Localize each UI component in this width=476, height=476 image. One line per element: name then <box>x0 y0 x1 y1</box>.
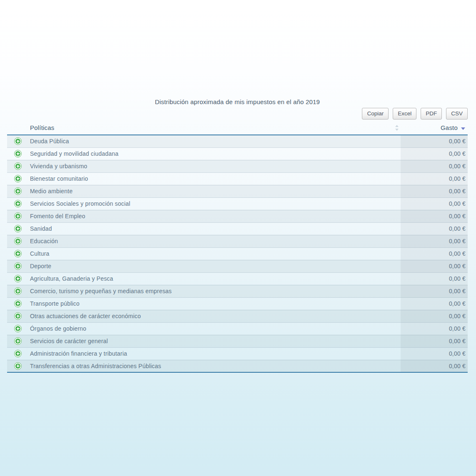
expand-cell <box>7 347 26 360</box>
expand-cell <box>7 260 26 272</box>
plus-circle-icon[interactable] <box>14 162 22 170</box>
tax-distribution-panel: Distribución aproximada de mis impuestos… <box>0 0 476 373</box>
table-row: Fomento del Empleo 0,00 € <box>7 210 468 222</box>
plus-circle-icon[interactable] <box>14 362 22 370</box>
plus-circle-icon[interactable] <box>14 325 22 332</box>
table-row: Servicios de carácter general 0,00 € <box>7 335 468 347</box>
policy-expense: 0,00 € <box>401 147 468 160</box>
policy-expense: 0,00 € <box>401 360 468 372</box>
plus-circle-icon[interactable] <box>14 287 22 295</box>
expand-cell <box>7 135 26 147</box>
policy-name: Sanidad <box>26 222 401 235</box>
policy-expense: 0,00 € <box>401 172 468 185</box>
plus-circle-icon[interactable] <box>14 200 22 207</box>
policy-expense: 0,00 € <box>401 210 468 222</box>
table-row: Sanidad 0,00 € <box>7 222 468 235</box>
plus-circle-icon[interactable] <box>14 175 22 182</box>
tax-distribution-table: Políticas Gasto Deuda Pública 0,00 € Seg… <box>7 121 468 373</box>
expand-cell <box>7 285 26 297</box>
expand-cell <box>7 310 26 322</box>
column-header-politicas[interactable]: Políticas <box>26 121 401 135</box>
plus-circle-icon[interactable] <box>14 237 22 245</box>
policy-name: Órganos de gobierno <box>26 322 401 335</box>
table-row: Deporte 0,00 € <box>7 260 468 272</box>
policy-expense: 0,00 € <box>401 347 468 360</box>
expand-cell <box>7 172 26 185</box>
plus-circle-icon[interactable] <box>14 300 22 307</box>
policy-name: Servicios Sociales y promoción social <box>26 197 401 210</box>
table-row: Órganos de gobierno 0,00 € <box>7 322 468 335</box>
table-row: Cultura 0,00 € <box>7 247 468 260</box>
plus-circle-icon[interactable] <box>14 225 22 232</box>
policy-name: Transporte público <box>26 297 401 310</box>
policy-name: Transferencias a otras Administraciones … <box>26 360 401 372</box>
table-row: Administración financiera y tributaria 0… <box>7 347 468 360</box>
plus-circle-icon[interactable] <box>14 150 22 157</box>
plus-circle-icon[interactable] <box>14 275 22 282</box>
policy-expense: 0,00 € <box>401 135 468 147</box>
table-row: Servicios Sociales y promoción social 0,… <box>7 197 468 210</box>
expand-cell <box>7 335 26 347</box>
expand-cell <box>7 185 26 197</box>
policy-expense: 0,00 € <box>401 197 468 210</box>
policy-expense: 0,00 € <box>401 247 468 260</box>
column-header-gasto-label: Gasto <box>441 124 458 131</box>
plus-circle-icon[interactable] <box>14 137 22 145</box>
plus-circle-icon[interactable] <box>14 187 22 195</box>
column-header-expand <box>7 121 26 135</box>
policy-name: Bienestar comunitario <box>26 172 401 185</box>
policy-name: Comercio, turismo y pequeñas y medianas … <box>26 285 401 297</box>
excel-button[interactable]: Excel <box>393 108 416 120</box>
expand-cell <box>7 147 26 160</box>
policy-expense: 0,00 € <box>401 222 468 235</box>
plus-circle-icon[interactable] <box>14 350 22 357</box>
expand-cell <box>7 222 26 235</box>
policy-name: Medio ambiente <box>26 185 401 197</box>
expand-cell <box>7 235 26 247</box>
table-row: Agricultura, Ganaderia y Pesca 0,00 € <box>7 272 468 285</box>
policy-name: Deuda Pública <box>26 135 401 147</box>
policy-name: Fomento del Empleo <box>26 210 401 222</box>
expand-cell <box>7 160 26 172</box>
table-row: Bienestar comunitario 0,00 € <box>7 172 468 185</box>
policy-name: Seguridad y movilidad ciudadana <box>26 147 401 160</box>
table-row: Deuda Pública 0,00 € <box>7 135 468 147</box>
plus-circle-icon[interactable] <box>14 262 22 270</box>
policy-name: Servicios de carácter general <box>26 335 401 347</box>
policy-name: Vivienda y urbanismo <box>26 160 401 172</box>
policy-expense: 0,00 € <box>401 185 468 197</box>
policy-name: Educación <box>26 235 401 247</box>
plus-circle-icon[interactable] <box>14 337 22 345</box>
table-row: Transferencias a otras Administraciones … <box>7 360 468 372</box>
sort-neutral-icon <box>395 124 399 132</box>
policy-expense: 0,00 € <box>401 272 468 285</box>
policy-name: Cultura <box>26 247 401 260</box>
policy-expense: 0,00 € <box>401 235 468 247</box>
table-row: Otras actuaciones de carácter económico … <box>7 310 468 322</box>
table-row: Transporte público 0,00 € <box>7 297 468 310</box>
policy-expense: 0,00 € <box>401 322 468 335</box>
plus-circle-icon[interactable] <box>14 250 22 257</box>
table-row: Vivienda y urbanismo 0,00 € <box>7 160 468 172</box>
policy-expense: 0,00 € <box>401 160 468 172</box>
plus-circle-icon[interactable] <box>14 212 22 220</box>
table-row: Comercio, turismo y pequeñas y medianas … <box>7 285 468 297</box>
plus-circle-icon[interactable] <box>14 312 22 320</box>
expand-cell <box>7 272 26 285</box>
expand-cell <box>7 210 26 222</box>
table-row: Educación 0,00 € <box>7 235 468 247</box>
column-header-gasto[interactable]: Gasto <box>401 121 468 135</box>
expand-cell <box>7 297 26 310</box>
csv-button[interactable]: CSV <box>446 108 468 120</box>
expand-cell <box>7 247 26 260</box>
table-row: Seguridad y movilidad ciudadana 0,00 € <box>7 147 468 160</box>
table-header-row: Políticas Gasto <box>7 121 468 135</box>
policy-name: Agricultura, Ganaderia y Pesca <box>26 272 401 285</box>
policy-name: Deporte <box>26 260 401 272</box>
pdf-button[interactable]: PDF <box>421 108 442 120</box>
page-title: Distribución aproximada de mis impuestos… <box>7 98 468 105</box>
policy-expense: 0,00 € <box>401 297 468 310</box>
sort-desc-icon <box>461 127 465 130</box>
table-row: Medio ambiente 0,00 € <box>7 185 468 197</box>
copy-button[interactable]: Copiar <box>362 108 389 120</box>
